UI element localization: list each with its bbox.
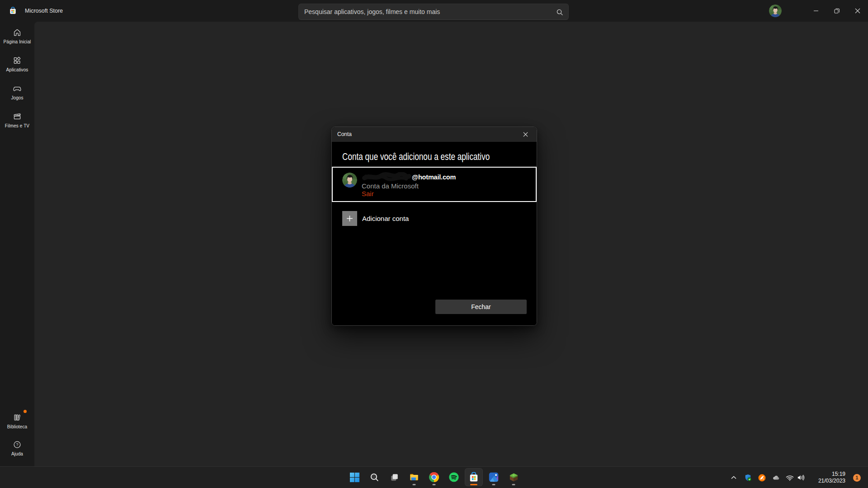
dialog-title: Conta bbox=[337, 127, 352, 142]
windows-security-icon[interactable] bbox=[742, 472, 753, 483]
plus-icon bbox=[342, 211, 357, 226]
running-indicator bbox=[433, 484, 436, 485]
library-notification-dot bbox=[24, 410, 27, 413]
active-attention-indicator bbox=[470, 484, 477, 485]
photos-button[interactable] bbox=[485, 468, 503, 486]
account-dialog: Conta Conta que você adicionou a este ap… bbox=[331, 127, 537, 326]
sidebar-item-label: Filmes e TV bbox=[0, 123, 34, 128]
running-indicator bbox=[413, 484, 416, 485]
close-dialog-button[interactable]: Fechar bbox=[435, 300, 527, 314]
task-view-icon bbox=[389, 472, 400, 483]
account-provider: Conta da Microsoft bbox=[362, 182, 419, 190]
notification-badge[interactable]: 1 bbox=[853, 474, 861, 482]
sidebar-item-movies[interactable]: Filmes e TV bbox=[0, 109, 34, 136]
sidebar-item-games[interactable]: Jogos bbox=[0, 81, 34, 108]
svg-text:?: ? bbox=[16, 442, 18, 447]
dialog-titlebar: Conta bbox=[332, 127, 537, 142]
spotify-button[interactable] bbox=[445, 468, 463, 486]
add-account-button[interactable]: Adicionar conta bbox=[342, 211, 478, 226]
sidebar-item-label: Biblioteca bbox=[0, 424, 34, 429]
library-icon bbox=[13, 413, 22, 422]
spotify-icon bbox=[448, 472, 459, 483]
window-close-button[interactable] bbox=[847, 0, 868, 22]
windows-start-icon bbox=[349, 472, 360, 483]
user-avatar[interactable] bbox=[769, 5, 782, 17]
photos-icon bbox=[488, 472, 499, 483]
tray-time: 15:19 bbox=[812, 471, 845, 478]
sidebar-item-library[interactable]: Biblioteca bbox=[0, 410, 34, 436]
sidebar-item-label: Ajuda bbox=[0, 451, 34, 456]
clapperboard-icon bbox=[13, 112, 22, 121]
app-titlebar: Microsoft Store bbox=[0, 0, 868, 22]
dialog-heading: Conta que você adicionou a este aplicati… bbox=[342, 151, 490, 163]
store-bag-icon bbox=[468, 471, 480, 483]
home-icon bbox=[13, 28, 22, 37]
account-list-item[interactable]: @hotmail.com Conta da Microsoft Sair bbox=[332, 167, 537, 202]
sidebar-item-label: Página Inicial bbox=[0, 39, 34, 44]
window-controls bbox=[806, 0, 868, 22]
volume-icon[interactable] bbox=[795, 472, 806, 483]
sign-out-link[interactable]: Sair bbox=[362, 190, 374, 198]
sidebar-item-label: Aplicativos bbox=[0, 67, 34, 72]
minecraft-button[interactable] bbox=[505, 468, 523, 486]
gamepad-icon bbox=[13, 84, 22, 93]
window-restore-button[interactable] bbox=[826, 0, 847, 22]
taskbar-search-icon bbox=[369, 472, 380, 483]
file-explorer-icon bbox=[409, 472, 420, 483]
tray-chevron-up-icon[interactable] bbox=[728, 472, 739, 483]
system-tray: 15:19 21/03/2023 1 bbox=[728, 467, 868, 488]
sidebar-item-apps[interactable]: Aplicativos bbox=[0, 53, 34, 80]
search-icon[interactable] bbox=[556, 9, 563, 16]
chrome-icon bbox=[429, 472, 439, 483]
tray-clock[interactable]: 15:19 21/03/2023 bbox=[812, 471, 845, 484]
file-explorer-button[interactable] bbox=[405, 468, 423, 486]
start-button[interactable] bbox=[345, 468, 363, 486]
sidebar-item-label: Jogos bbox=[0, 95, 34, 100]
microsoft-store-logo-icon bbox=[9, 6, 17, 15]
running-indicator bbox=[492, 484, 495, 485]
wifi-icon[interactable] bbox=[784, 472, 795, 483]
app-title: Microsoft Store bbox=[25, 0, 63, 22]
search-input[interactable] bbox=[299, 4, 568, 19]
add-account-label: Adicionar conta bbox=[362, 211, 409, 226]
apps-grid-icon bbox=[13, 56, 22, 65]
tray-date: 21/03/2023 bbox=[812, 478, 845, 484]
taskbar-search-button[interactable] bbox=[365, 468, 383, 486]
store-search-box[interactable] bbox=[298, 4, 569, 20]
account-email: @hotmail.com bbox=[412, 173, 456, 182]
dialog-body: Conta que você adicionou a este aplicati… bbox=[332, 142, 537, 326]
avast-icon[interactable] bbox=[756, 472, 767, 483]
dialog-close-icon[interactable] bbox=[518, 128, 533, 141]
sidebar-item-help[interactable]: ? Ajuda bbox=[0, 437, 34, 464]
running-indicator bbox=[512, 484, 515, 485]
task-view-button[interactable] bbox=[385, 468, 403, 486]
redacted-username-scribble bbox=[361, 172, 412, 182]
account-avatar bbox=[342, 173, 357, 188]
nav-rail: Página Inicial Aplicativos Jogos bbox=[0, 22, 34, 466]
taskbar: 15:19 21/03/2023 1 bbox=[0, 466, 868, 488]
minecraft-icon bbox=[509, 472, 519, 483]
chrome-button[interactable] bbox=[425, 468, 443, 486]
sidebar-item-home[interactable]: Página Inicial bbox=[0, 25, 34, 52]
onedrive-icon[interactable] bbox=[770, 472, 781, 483]
microsoft-store-button[interactable] bbox=[465, 468, 483, 486]
window-minimize-button[interactable] bbox=[806, 0, 826, 22]
help-icon: ? bbox=[13, 440, 22, 449]
